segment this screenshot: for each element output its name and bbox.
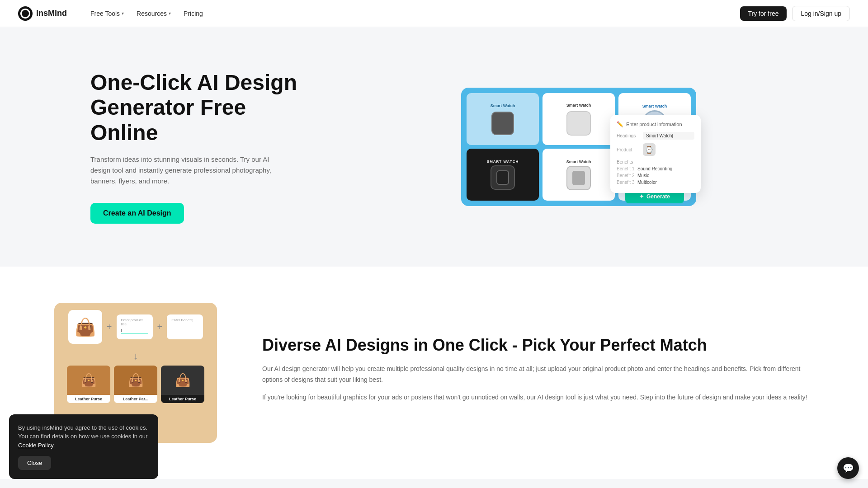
benefits-section: Benefits Benefit 1 Sound Recording Benef… bbox=[617, 160, 694, 185]
purse-product-box: 👜 bbox=[68, 310, 102, 344]
purse-top-row: 👜 + Enter product title | + Enter Benefi… bbox=[61, 310, 210, 344]
purse-benefit-input[interactable]: Enter Benefit| bbox=[167, 314, 203, 339]
result-img-1: 👜 bbox=[67, 366, 110, 395]
purse-benefit-label: Enter Benefit| bbox=[171, 318, 198, 322]
section2-content: Diverse AI Designs in One Click - Pick Y… bbox=[262, 335, 814, 411]
purse-results-row: 👜 Leather Purse 👜 Leather Par... 👜 Leath… bbox=[61, 366, 210, 403]
plus-icon-1: + bbox=[107, 322, 112, 332]
purse-title-input[interactable]: Enter product title | bbox=[117, 314, 153, 339]
section2-desc2: If you're looking for beautiful graphics… bbox=[262, 392, 814, 403]
headings-value: Smart Watch| bbox=[643, 132, 694, 140]
login-button[interactable]: Log in/Sign up bbox=[792, 6, 850, 21]
cookie-policy-link[interactable]: Cookie Policy bbox=[18, 442, 53, 449]
chevron-down-icon: ▾ bbox=[169, 11, 171, 16]
chat-button[interactable]: 💬 bbox=[837, 457, 859, 479]
hero-title: One-Click AI Design Generator Free Onlin… bbox=[90, 70, 316, 145]
nav-actions: Try for free Log in/Sign up bbox=[740, 6, 850, 21]
benefit-1-val: Sound Recording bbox=[637, 166, 672, 171]
benefit-2-val: Music bbox=[637, 173, 649, 178]
nav-links: Free Tools ▾ Resources ▾ Pricing bbox=[85, 7, 740, 20]
pencil-icon: ✏️ bbox=[617, 121, 623, 127]
benefit-3-val: Multicolor bbox=[637, 180, 657, 185]
logo[interactable]: insMind bbox=[18, 6, 67, 21]
result-img-2: 👜 bbox=[114, 366, 157, 395]
headings-row: Headings Smart Watch| bbox=[617, 132, 694, 140]
card-label-5: Smart Watch bbox=[566, 160, 591, 164]
benefits-label: Benefits bbox=[617, 160, 694, 164]
product-row: Product ⌚ bbox=[617, 143, 694, 156]
card-label-1: Smart Watch bbox=[491, 103, 515, 108]
try-free-button[interactable]: Try for free bbox=[740, 6, 787, 21]
down-arrow-icon: ↓ bbox=[61, 350, 210, 362]
nav-pricing[interactable]: Pricing bbox=[178, 7, 208, 20]
cookie-close-button[interactable]: Close bbox=[18, 456, 51, 470]
benefit-1-row: Benefit 1 Sound Recording bbox=[617, 166, 694, 171]
navbar: insMind Free Tools ▾ Resources ▾ Pricing… bbox=[0, 0, 868, 27]
result-card-3: 👜 Leather Purse bbox=[161, 366, 204, 403]
info-panel-header: ✏️ Enter product information bbox=[617, 121, 694, 127]
result-img-3: 👜 bbox=[161, 366, 204, 395]
card-label-4: SMART WATCH bbox=[487, 160, 519, 164]
purse-input-label: Enter product title bbox=[121, 318, 148, 326]
benefit-2-num: Benefit 2 bbox=[617, 173, 635, 178]
nav-resources[interactable]: Resources ▾ bbox=[131, 7, 176, 20]
mockup-card-4: SMART WATCH bbox=[467, 149, 539, 201]
cookie-banner: By using insMind you agree to the use of… bbox=[9, 414, 158, 479]
hero-mockup-area: Smart Watch Smart Watch Smart Watch bbox=[344, 88, 814, 206]
product-thumbnail: ⌚ bbox=[643, 143, 656, 156]
result-label-2: Leather Par... bbox=[114, 395, 157, 403]
logo-text: insMind bbox=[36, 9, 67, 18]
benefit-3-num: Benefit 3 bbox=[617, 180, 635, 185]
result-label-1: Leather Purse bbox=[67, 395, 110, 403]
plus-icon-2: + bbox=[157, 322, 163, 332]
cookie-text: By using insMind you agree to the use of… bbox=[18, 423, 149, 450]
logo-icon bbox=[18, 6, 33, 21]
create-ai-design-button[interactable]: Create an AI Design bbox=[90, 203, 184, 224]
result-label-3: Leather Purse bbox=[161, 395, 204, 403]
benefit-1-num: Benefit 1 bbox=[617, 166, 635, 171]
mockup-card-1: Smart Watch bbox=[467, 93, 539, 145]
card-label-2: Smart Watch bbox=[566, 103, 591, 108]
product-info-panel: ✏️ Enter product information Headings Sm… bbox=[610, 115, 701, 193]
card-label-3: Smart Watch bbox=[642, 104, 667, 108]
headings-label: Headings bbox=[617, 133, 639, 138]
result-card-1: 👜 Leather Purse bbox=[67, 366, 110, 403]
purse-input-value: | bbox=[121, 328, 148, 333]
benefit-3-row: Benefit 3 Multicolor bbox=[617, 180, 694, 185]
chevron-down-icon: ▾ bbox=[122, 11, 124, 16]
section2-desc1: Our AI design generator will help you cr… bbox=[262, 364, 814, 385]
purse-icon: 👜 bbox=[75, 317, 96, 337]
mockup-card-5: Smart Watch bbox=[542, 149, 615, 201]
mockup-card-2: Smart Watch bbox=[542, 93, 615, 145]
benefit-2-row: Benefit 2 Music bbox=[617, 173, 694, 178]
chat-icon: 💬 bbox=[843, 463, 854, 474]
result-card-2: 👜 Leather Par... bbox=[114, 366, 157, 403]
hero-section: One-Click AI Design Generator Free Onlin… bbox=[0, 27, 868, 267]
generate-icon: ✦ bbox=[639, 193, 644, 200]
section2-title: Diverse AI Designs in One Click - Pick Y… bbox=[262, 335, 814, 355]
hero-description: Transform ideas into stunning visuals in… bbox=[90, 154, 285, 187]
nav-free-tools[interactable]: Free Tools ▾ bbox=[85, 7, 129, 20]
hero-content: One-Click AI Design Generator Free Onlin… bbox=[90, 70, 316, 224]
product-field-label: Product bbox=[617, 147, 639, 152]
